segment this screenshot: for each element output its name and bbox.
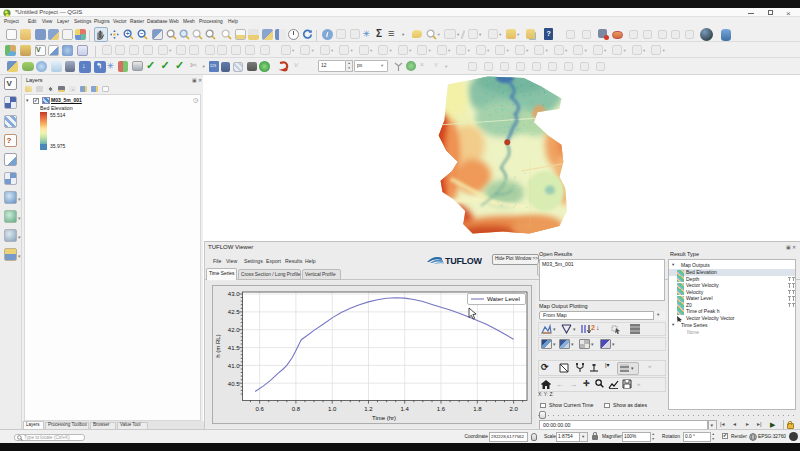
svg-text:0.6: 0.6 — [255, 406, 264, 412]
svg-text:1.6: 1.6 — [437, 406, 446, 412]
svg-text:43.0: 43.0 — [228, 291, 240, 297]
svg-text:2.0: 2.0 — [509, 406, 518, 412]
svg-text:TUFLOW: TUFLOW — [445, 256, 482, 266]
svg-text:1.2: 1.2 — [364, 406, 373, 412]
svg-text:+: + — [125, 29, 129, 36]
svg-text:0.8: 0.8 — [292, 406, 301, 412]
svg-text:1.0: 1.0 — [328, 406, 337, 412]
svg-text:42.5: 42.5 — [228, 309, 240, 315]
svg-text:41.5: 41.5 — [228, 345, 240, 351]
svg-text:42.0: 42.0 — [228, 327, 240, 333]
svg-text:41.0: 41.0 — [228, 363, 240, 369]
svg-text:1.8: 1.8 — [473, 406, 482, 412]
svg-text:h (m RL): h (m RL) — [215, 334, 221, 357]
svg-text:−: − — [139, 29, 143, 36]
svg-text:Time (hr): Time (hr) — [372, 415, 396, 421]
svg-text:1.4: 1.4 — [401, 406, 410, 412]
svg-text:Water Level: Water Level — [487, 295, 520, 302]
svg-text:40.5: 40.5 — [228, 381, 240, 387]
